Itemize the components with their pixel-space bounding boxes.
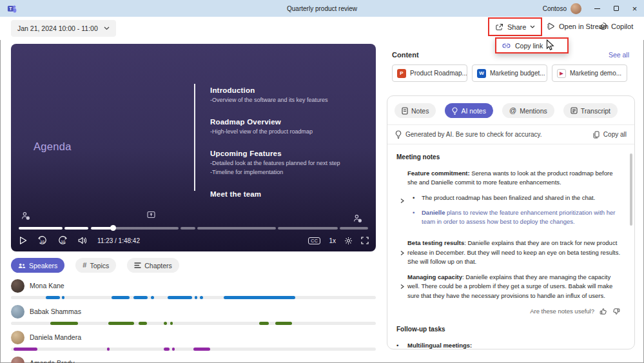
chapter-segment[interactable]	[340, 227, 368, 230]
playback-speed-button[interactable]: 1x	[329, 237, 336, 244]
speech-segment[interactable]	[224, 296, 296, 299]
playhead[interactable]	[110, 225, 116, 231]
speech-segment[interactable]	[200, 296, 203, 299]
speech-segment[interactable]	[50, 322, 78, 325]
speaker-row[interactable]: Amanda Brady	[11, 355, 376, 363]
speech-segment[interactable]	[170, 322, 173, 325]
slide-section-heading: Meet the team	[210, 190, 368, 198]
speech-segment[interactable]	[151, 296, 154, 299]
copy-all-button[interactable]: Copy all	[593, 131, 627, 139]
speech-segment[interactable]	[14, 348, 37, 351]
tab-ai-notes[interactable]: AI notes	[445, 103, 493, 118]
thumbs-down-button[interactable]	[612, 308, 620, 315]
slide-section: Upcoming Features-Detailed look at the f…	[210, 150, 368, 176]
play-button[interactable]	[19, 236, 27, 245]
copilot-button[interactable]: Copilot	[599, 22, 633, 30]
thumbs-up-button[interactable]	[600, 308, 607, 315]
notes-panel: NotesAI notes@MentionsTranscript Generat…	[387, 95, 635, 349]
bulb-icon	[395, 130, 402, 139]
speaker-marker-icon[interactable]	[21, 211, 30, 221]
speech-segment[interactable]	[112, 296, 130, 299]
share-label: Share	[507, 23, 526, 31]
fullscreen-button[interactable]	[361, 237, 369, 244]
tab-topics[interactable]: #Topics	[75, 258, 116, 273]
video-player[interactable]: Agenda Introduction-Overview of the soft…	[11, 44, 376, 251]
chapter-segment[interactable]	[64, 227, 88, 230]
speaker-row[interactable]: Babak Shammas	[11, 303, 376, 325]
captions-button[interactable]: CC	[308, 237, 320, 244]
share-button[interactable]: Share	[488, 17, 542, 36]
tab-mentions[interactable]: @Mentions	[502, 103, 554, 118]
tab-label: Notes	[411, 107, 429, 115]
bullet-dot: •	[413, 208, 422, 227]
chapter-segment[interactable]	[278, 227, 338, 230]
see-all-link[interactable]: See all	[609, 51, 629, 59]
speaker-marker-icon[interactable]	[353, 214, 362, 223]
speech-segment[interactable]	[62, 296, 64, 299]
note-lead: Danielle	[422, 209, 445, 216]
chevron-down-icon	[104, 26, 110, 30]
ai-notes-content: Meeting notes Feature commitment: Serena…	[387, 144, 634, 349]
speech-segment[interactable]	[164, 348, 169, 351]
speaker-timeline-track[interactable]	[11, 348, 376, 351]
toolbar: Jan 21, 2024 10:00 - 11:00 Share Open in…	[0, 17, 644, 40]
copy-icon	[593, 131, 600, 139]
content-card-label: Marketing demo...	[570, 70, 621, 77]
screen-share-marker-icon[interactable]	[147, 211, 155, 219]
speech-segment[interactable]	[259, 322, 269, 325]
chapter-segment[interactable]	[19, 227, 63, 230]
speaker-row[interactable]: Mona Kane	[11, 277, 376, 299]
meeting-note-item: Managing capacity: Danielle explains tha…	[396, 273, 621, 300]
copy-link-label: Copy link	[515, 42, 543, 50]
speech-segment[interactable]	[172, 348, 175, 351]
content-section-title: Content	[392, 51, 419, 59]
volume-button[interactable]	[78, 237, 88, 244]
chevron-right-icon[interactable]	[396, 273, 407, 300]
speaker-timeline-track[interactable]	[11, 322, 376, 325]
speech-segment[interactable]	[168, 296, 191, 299]
speech-segment[interactable]	[46, 296, 60, 299]
chapter-segment[interactable]	[181, 227, 195, 230]
content-card-label: Marketing budget...	[490, 70, 545, 77]
note-lead: Managing capacity	[407, 273, 462, 280]
speaker-avatar	[11, 279, 24, 293]
account-button[interactable]: Contoso	[543, 3, 581, 14]
chapter-segment[interactable]	[91, 227, 179, 230]
content-card-powerpoint[interactable]: PProduct Roadmap...	[392, 64, 467, 82]
speech-segment[interactable]	[193, 348, 210, 351]
date-range-dropdown[interactable]: Jan 21, 2024 10:00 - 11:00	[11, 20, 116, 37]
chevron-right-icon[interactable]	[396, 169, 407, 232]
speech-segment[interactable]	[108, 322, 134, 325]
link-icon	[502, 43, 511, 48]
tab-notes[interactable]: Notes	[395, 103, 436, 118]
content-card-video[interactable]: ▶Marketing demo...	[552, 64, 627, 82]
speech-segment[interactable]	[107, 348, 110, 351]
speech-segment[interactable]	[164, 322, 167, 325]
speaker-row[interactable]: Daniela Mandera	[11, 329, 376, 351]
maximize-button[interactable]	[607, 0, 625, 17]
rewind-10-button[interactable]: 10	[37, 236, 48, 246]
tab-speakers[interactable]: Speakers	[11, 258, 64, 273]
tab-transcript[interactable]: Transcript	[563, 103, 618, 118]
speech-segment[interactable]	[139, 322, 148, 325]
notes-scrollbar[interactable]	[630, 153, 632, 226]
video-progress-bar[interactable]	[19, 227, 368, 230]
chapter-segment[interactable]	[197, 227, 276, 230]
speaker-avatar	[11, 331, 24, 344]
speaker-timeline-track[interactable]	[11, 296, 376, 299]
minimize-button[interactable]	[588, 0, 607, 17]
speech-segment[interactable]	[195, 296, 198, 299]
copy-link-menu-item[interactable]: Copy link	[495, 37, 569, 54]
speech-segment[interactable]	[133, 296, 148, 299]
speaker-name: Babak Shammas	[30, 308, 81, 315]
settings-gear-button[interactable]	[344, 237, 353, 245]
close-button[interactable]: ×	[625, 0, 644, 17]
bullet-dot: •	[396, 341, 407, 349]
content-card-word[interactable]: WMarketing budget...	[472, 64, 547, 82]
forward-10-button[interactable]: 10	[57, 236, 68, 246]
tab-chapters[interactable]: Chapters	[127, 258, 179, 273]
transcript-icon	[571, 107, 578, 114]
time-display: 11:23 / 1:48:42	[97, 237, 140, 244]
chevron-right-icon[interactable]	[396, 239, 407, 266]
speech-segment[interactable]	[275, 322, 292, 325]
